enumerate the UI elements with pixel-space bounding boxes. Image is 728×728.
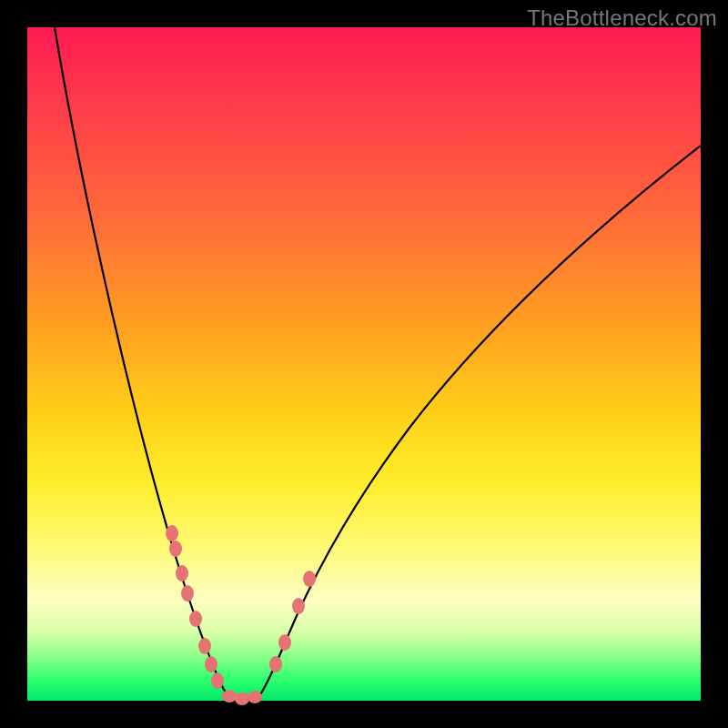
dot [198, 638, 211, 654]
dot [211, 672, 224, 689]
dot [166, 525, 178, 541]
dot [205, 656, 217, 672]
left-curve [55, 27, 240, 701]
dot [189, 611, 202, 627]
dot [269, 656, 282, 672]
dot [248, 691, 262, 703]
right-curve [246, 146, 701, 701]
dot [181, 585, 194, 602]
dot [176, 565, 188, 581]
dot [235, 693, 249, 705]
watermark-text: TheBottleneck.com [527, 5, 717, 31]
right-dots [269, 571, 316, 672]
dot [222, 690, 237, 703]
bottom-dots [222, 690, 262, 705]
plot-area [27, 27, 701, 701]
dot [278, 634, 291, 651]
dot [169, 541, 182, 557]
dot [292, 598, 305, 614]
chart-frame: TheBottleneck.com [0, 0, 728, 728]
curves-svg [27, 27, 701, 701]
dot [303, 571, 316, 587]
left-dots [166, 525, 224, 689]
